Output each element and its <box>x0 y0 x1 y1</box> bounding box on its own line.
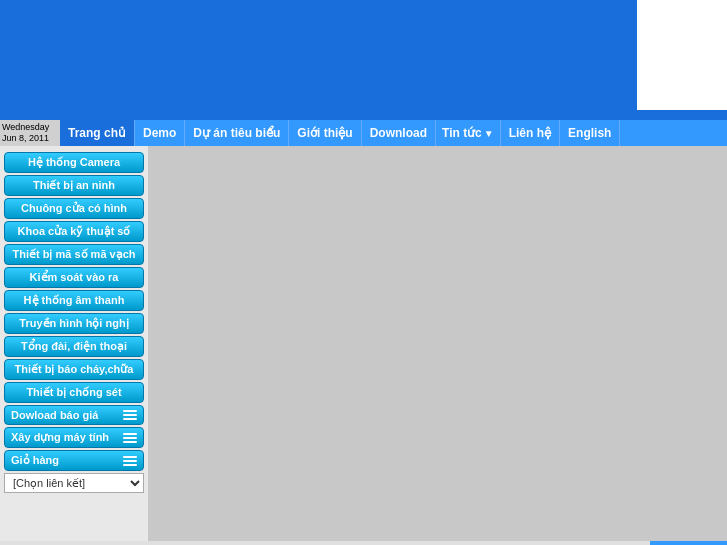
nav-item-demo[interactable]: Demo <box>135 120 185 146</box>
flat-btn-label: Giỏ hàng <box>11 454 59 467</box>
lines-icon <box>123 433 137 443</box>
nav-item-giới-thiệu[interactable]: Giới thiệu <box>289 120 361 146</box>
nav-item-tintuc[interactable]: Tin tức▼ <box>436 120 501 146</box>
sidebar-btn-khoa-ca-k-thut-s[interactable]: Khoa cửa kỹ thuật số <box>4 221 144 242</box>
lines-icon <box>123 410 137 420</box>
sidebar-btn-tng-i-in-thoi[interactable]: Tổng đài, điện thoại <box>4 336 144 357</box>
content-area <box>148 146 727 541</box>
sidebar-btn-h-thng-m-thanh[interactable]: Hệ thống âm thanh <box>4 290 144 311</box>
nav-label: Tin tức <box>442 126 482 140</box>
footer: NHÀ PHÂN PHỐI ĐỘC QUYỀN CAMERA ASUNG TẠI… <box>0 541 727 545</box>
sidebar-btn-truyn-hnh-hi-ngh[interactable]: Truyền hình hội nghị <box>4 313 144 334</box>
date-label: Wednesday Jun 8, 2011 <box>0 120 60 146</box>
sidebar: Hệ thống CameraThiết bị an ninhChuông cử… <box>0 146 148 541</box>
sidebar-link-select[interactable]: [Chọn liên kết] <box>4 473 144 493</box>
flat-btn-label: Xây dựng máy tính <box>11 431 109 444</box>
sidebar-btn-thit-b-an-ninh[interactable]: Thiết bị an ninh <box>4 175 144 196</box>
lines-icon <box>123 456 137 466</box>
sidebar-flat-btn-dowload-bo-gi[interactable]: Dowload báo giá <box>4 405 144 425</box>
sidebar-btn-chung-ca-c-hnh[interactable]: Chuông cửa có hình <box>4 198 144 219</box>
navbar: Wednesday Jun 8, 2011 Trang chủDemoDự án… <box>0 120 727 146</box>
header-logo-box <box>637 0 727 110</box>
nav-arrow-icon: ▼ <box>484 128 494 139</box>
sidebar-btn-h-thng-camera[interactable]: Hệ thống Camera <box>4 152 144 173</box>
main-layout: Hệ thống CameraThiết bị an ninhChuông cử… <box>0 146 727 541</box>
nav-item-download[interactable]: Download <box>362 120 436 146</box>
nav-item-dự-án-tiêu-biểu[interactable]: Dự án tiêu biểu <box>185 120 289 146</box>
sidebar-btn-thit-b-m-s-m-vch[interactable]: Thiết bị mã số mã vạch <box>4 244 144 265</box>
sidebar-flat-btn-gi-hng[interactable]: Giỏ hàng <box>4 450 144 471</box>
nav-item-liên-hệ[interactable]: Liên hệ <box>501 120 560 146</box>
flat-btn-label: Dowload báo giá <box>11 409 98 421</box>
header-banner <box>0 0 727 120</box>
footer-badge: Tin nổi bật <box>650 541 727 545</box>
nav-item-trang-chủ[interactable]: Trang chủ <box>60 120 135 146</box>
nav-item-english[interactable]: English <box>560 120 620 146</box>
sidebar-btn-thit-b-chng-st[interactable]: Thiết bị chống sét <box>4 382 144 403</box>
sidebar-flat-btn-xy-dng-my-tnh[interactable]: Xây dựng máy tính <box>4 427 144 448</box>
sidebar-btn-kim-sot-vo-ra[interactable]: Kiểm soát vào ra <box>4 267 144 288</box>
sidebar-btn-thit-b-bo-chycha[interactable]: Thiết bị báo cháy,chữa <box>4 359 144 380</box>
